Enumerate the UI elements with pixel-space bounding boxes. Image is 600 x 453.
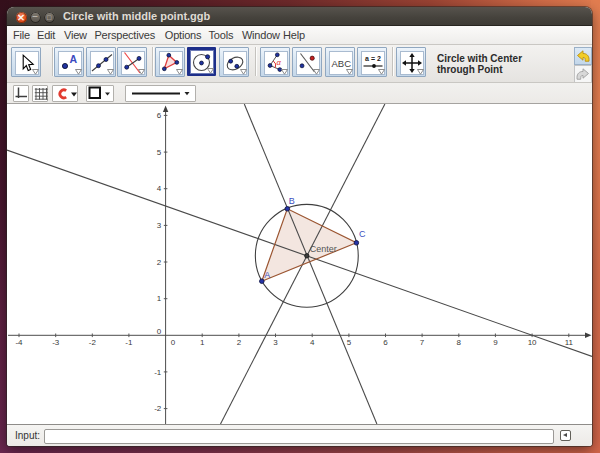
svg-text:10: 10	[528, 338, 537, 347]
svg-text:2: 2	[237, 338, 242, 347]
svg-text:α: α	[276, 57, 281, 66]
svg-text:6: 6	[383, 338, 388, 347]
svg-text:-2: -2	[89, 338, 97, 347]
svg-text:Center: Center	[310, 244, 337, 254]
svg-text:4: 4	[310, 338, 315, 347]
svg-text:5: 5	[347, 338, 352, 347]
svg-text:3: 3	[273, 338, 278, 347]
svg-text:7: 7	[420, 338, 425, 347]
svg-text:-2: -2	[154, 404, 162, 413]
svg-text:9: 9	[493, 338, 498, 347]
svg-text:0: 0	[171, 338, 176, 347]
svg-text:ABC: ABC	[331, 57, 351, 68]
svg-text:1: 1	[157, 294, 162, 303]
svg-text:0: 0	[157, 327, 162, 336]
svg-text:5: 5	[157, 148, 162, 157]
svg-text:A: A	[70, 52, 78, 64]
svg-text:-3: -3	[52, 338, 60, 347]
svg-text:-4: -4	[15, 338, 23, 347]
svg-text:8: 8	[457, 338, 462, 347]
svg-text:11: 11	[565, 338, 574, 347]
svg-text:C: C	[359, 229, 366, 239]
svg-text:-1: -1	[125, 338, 133, 347]
svg-text:-1: -1	[154, 368, 162, 377]
svg-text:3: 3	[157, 221, 162, 230]
svg-text:a = 2: a = 2	[365, 55, 381, 62]
svg-text:1: 1	[200, 338, 205, 347]
svg-text:6: 6	[157, 111, 162, 120]
svg-text:4: 4	[157, 184, 162, 193]
svg-text:A: A	[264, 270, 270, 280]
svg-text:B: B	[289, 196, 295, 206]
svg-text:2: 2	[157, 258, 162, 267]
